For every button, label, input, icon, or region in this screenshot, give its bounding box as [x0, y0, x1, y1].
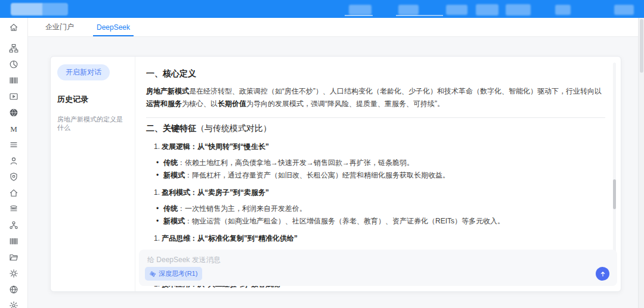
settings-icon[interactable]: [9, 301, 18, 308]
user-icon[interactable]: [9, 156, 18, 166]
answer-section-heading: 二、关键特征（与传统模式对比）: [146, 123, 605, 134]
composer: 深度思考(R1): [139, 250, 617, 286]
list-icon[interactable]: [9, 140, 18, 150]
letter-m-icon[interactable]: M: [9, 124, 18, 133]
topbar: [0, 0, 644, 18]
app-logo[interactable]: [11, 3, 68, 15]
globe-dark-icon[interactable]: [9, 108, 18, 117]
pie-chart-icon[interactable]: [9, 60, 18, 69]
blurred-nav-item[interactable]: [614, 5, 634, 15]
answer-scrollbar-thumb[interactable]: [613, 179, 616, 209]
answer-list-item-title: 1.产品思维：从“标准化复制”到“精准化供给”: [154, 234, 605, 244]
tab-deepseek[interactable]: DeepSeek: [85, 18, 141, 36]
tab-enterprise-portal[interactable]: 企业门户: [34, 18, 85, 36]
chat-side-panel: 开启新对话 历史记录 房地产新模式的定义是什么: [51, 57, 135, 291]
send-button[interactable]: [596, 267, 609, 281]
arrow-up-icon: [599, 270, 606, 278]
deepseek-card: 开启新对话 历史记录 房地产新模式的定义是什么 一、核心定义房地产新模式是在经济…: [50, 56, 621, 292]
history-item[interactable]: 房地产新模式的定义是什么: [57, 115, 128, 132]
answer-bullet-group: 传统：一次性销售为主，利润来自开发差价。新模式：物业运营（如商业地产租金）、社区…: [146, 204, 605, 226]
media-icon[interactable]: [9, 92, 18, 101]
page-scrollbar[interactable]: [638, 18, 644, 308]
nav-active-underline: [396, 15, 443, 16]
answer-bullet: 传统：一次性销售为主，利润来自开发差价。: [163, 204, 605, 213]
blurred-nav-item[interactable]: [398, 5, 419, 15]
blurred-nav-item[interactable]: [555, 5, 571, 15]
blurred-nav-item[interactable]: [446, 5, 467, 15]
sitemap-icon[interactable]: [9, 43, 18, 53]
answer-list-item-title: 1.发展逻辑：从“快周转”到“慢生长”: [154, 142, 605, 152]
page-scrollbar-thumb[interactable]: [640, 19, 643, 73]
blurred-nav-item[interactable]: [506, 4, 531, 15]
new-chat-button[interactable]: 开启新对话: [57, 64, 110, 80]
left-rail: M: [0, 18, 28, 308]
nav-active-underline: [345, 15, 373, 16]
answer-bullet: 传统：依赖土地红利，高负债拿地→快速开发→销售回款→再扩张，链条脆弱。: [163, 158, 605, 167]
blurred-nav-item[interactable]: [476, 4, 499, 15]
home-icon[interactable]: [0, 18, 27, 37]
flower-icon[interactable]: [9, 269, 18, 278]
section-divider: [146, 117, 605, 118]
chat-main: 一、核心定义房地产新模式是在经济转型、政策调控（如“房住不炒”）、人口结构变化（…: [135, 57, 621, 291]
globe-icon[interactable]: [9, 285, 18, 294]
answer-bullet: 新模式：物业运营（如商业地产租金）、社区增值服务（养老、教育）、资产证券化（RE…: [163, 216, 605, 226]
shield-icon[interactable]: [9, 172, 18, 182]
history-title: 历史记录: [57, 94, 128, 105]
message-input[interactable]: [146, 254, 587, 265]
blurred-nav-item[interactable]: [349, 5, 371, 15]
main-area: 开启新对话 历史记录 房地产新模式的定义是什么 一、核心定义房地产新模式是在经济…: [28, 37, 638, 308]
answer-bullet-group: 传统：依赖土地红利，高负债拿地→快速开发→销售回款→再扩张，链条脆弱。新模式：降…: [146, 158, 605, 180]
svg-text:M: M: [10, 125, 17, 133]
answer-section-heading: 一、核心定义: [146, 69, 605, 79]
barcode-alt-icon[interactable]: [9, 237, 18, 246]
deep-think-icon: [149, 270, 156, 278]
folder-icon[interactable]: [9, 253, 18, 262]
home-alt-icon[interactable]: [9, 188, 18, 198]
deep-think-button[interactable]: 深度思考(R1): [145, 267, 202, 281]
deep-think-label: 深度思考(R1): [159, 269, 197, 278]
answer-bullet: 新模式：降低杠杆，通过存量资产（如旧改、长租公寓）经营和精细化服务获取长期收益。: [163, 170, 605, 180]
tab-bar: 企业门户 DeepSeek: [28, 18, 638, 37]
rail-icons: M: [0, 37, 27, 308]
answer-paragraph: 房地产新模式是在经济转型、政策调控（如“房住不炒”）、人口结构变化（老龄化、少子…: [146, 85, 605, 110]
stack-icon[interactable]: [9, 204, 18, 214]
barcode-icon[interactable]: [9, 76, 18, 85]
answer-list-item-title: 1.盈利模式：从“卖房子”到“卖服务”: [154, 188, 605, 198]
network-icon[interactable]: [9, 220, 18, 230]
